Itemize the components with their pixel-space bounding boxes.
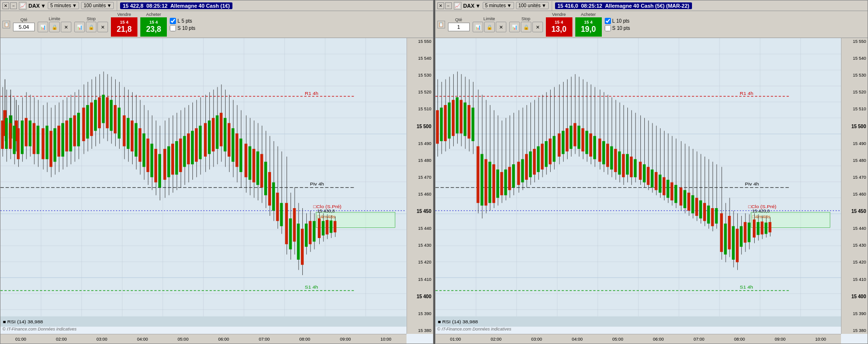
svg-rect-143 [199, 126, 202, 159]
svg-rect-57 [25, 118, 27, 146]
left-limite-del-btn[interactable]: ✕ [61, 22, 71, 32]
left-stop-label: Stop [87, 16, 96, 21]
right-stop-chart-btn[interactable]: 📊 [509, 22, 520, 32]
left-buy-button[interactable]: 15 4 23,8 [140, 17, 167, 37]
right-s-checkbox[interactable] [605, 25, 611, 31]
right-units-btn[interactable]: 100 unités ▼ [516, 2, 549, 9]
svg-rect-269 [471, 107, 474, 141]
right-chart-svg[interactable]: R1 4h Piv 4h □Clo (S.Pré) S1 4h □4m48s 1… [435, 38, 841, 327]
left-minimize-btn[interactable]: − [10, 2, 17, 9]
svg-rect-389 [715, 208, 718, 224]
left-qte-label: Qté [20, 17, 27, 22]
svg-rect-173 [260, 154, 263, 188]
svg-text:■ RSI (14) 38,988: ■ RSI (14) 38,988 [3, 319, 43, 324]
right-s-label: S [612, 26, 616, 31]
svg-rect-397 [732, 226, 734, 260]
right-s-row: S 10 pts [605, 25, 630, 31]
svg-rect-197 [309, 221, 312, 244]
svg-rect-177 [268, 172, 271, 206]
left-dax-dropdown[interactable]: ▼ [41, 3, 46, 9]
svg-rect-285 [504, 170, 507, 195]
left-chart-icon[interactable]: 📈 [19, 2, 27, 10]
svg-rect-373 [683, 190, 686, 208]
right-close-btn[interactable]: ✕ [437, 2, 444, 9]
right-time-0200: 02:00 [490, 337, 502, 342]
svg-rect-83 [77, 113, 80, 146]
svg-rect-319 [573, 123, 576, 146]
left-sell-button[interactable]: 15 4 21,8 [111, 17, 137, 37]
right-stop-btns: 📊 🔒 ✕ [509, 22, 543, 32]
svg-rect-95 [102, 95, 105, 123]
right-chart-icon[interactable]: 📈 [454, 2, 461, 10]
svg-rect-81 [73, 115, 76, 146]
right-qte-input[interactable] [448, 23, 470, 31]
svg-rect-307 [548, 139, 551, 164]
right-dax-label: DAX [463, 3, 475, 9]
svg-rect-63 [37, 126, 40, 154]
right-l-checkbox[interactable] [605, 18, 611, 24]
right-price-15420: 15 420 [841, 260, 868, 265]
left-qte-input[interactable] [13, 23, 35, 31]
svg-rect-341 [618, 151, 621, 174]
right-dax-dropdown[interactable]: ▼ [475, 3, 481, 9]
right-buy-button[interactable]: 15 4 19,0 [575, 17, 602, 37]
svg-rect-131 [175, 141, 178, 175]
right-limite-del-btn[interactable]: ✕ [496, 22, 506, 32]
right-acheter-label: Acheter [581, 12, 596, 17]
svg-rect-287 [508, 167, 511, 190]
right-limite-chart-btn[interactable]: 📊 [473, 22, 483, 32]
svg-rect-93 [98, 97, 101, 128]
left-timeframe-btn[interactable]: 5 minutes ▼ [48, 2, 79, 9]
left-price-15550: 15 550 [407, 39, 433, 44]
right-stop-del-btn[interactable]: ✕ [532, 22, 543, 32]
left-s-checkbox[interactable] [170, 25, 176, 31]
svg-rect-383 [703, 203, 706, 221]
left-chart-svg[interactable]: R1 4h Piv 4h □Clo (S.Pré) S1 4h □4m48s 1… [0, 38, 407, 327]
svg-rect-105 [123, 115, 126, 146]
right-order-icon[interactable]: 📋 [437, 21, 445, 28]
left-limite-btns: 📊 🔒 ✕ [38, 22, 71, 32]
right-price-15530: 15 530 [841, 73, 868, 78]
right-limite-lock-btn[interactable]: 🔒 [484, 22, 495, 32]
right-vendre-label: Vendre [552, 12, 566, 17]
right-sell-button[interactable]: 15 4 13,0 [546, 17, 572, 37]
svg-rect-49 [9, 123, 12, 148]
left-stop-lock-btn[interactable]: 🔒 [86, 22, 96, 32]
left-l-pts: 5 pts [182, 18, 192, 24]
svg-rect-73 [57, 126, 60, 157]
svg-rect-141 [195, 128, 198, 162]
svg-rect-293 [521, 159, 524, 182]
svg-rect-345 [626, 154, 629, 175]
right-stop-lock-btn[interactable]: 🔒 [521, 22, 531, 32]
left-price-axis: 15 550 15 540 15 530 15 520 15 510 15 50… [407, 38, 433, 334]
left-stop-del-btn[interactable]: ✕ [97, 22, 108, 32]
svg-text:S1 4h: S1 4h [740, 284, 753, 290]
left-units-btn[interactable]: 100 unités ▼ [81, 2, 114, 9]
svg-rect-153 [220, 113, 223, 146]
right-limite-btns: 📊 🔒 ✕ [473, 22, 506, 32]
svg-rect-331 [598, 139, 601, 162]
right-timeframe-btn[interactable]: 5 minutes ▼ [483, 2, 514, 9]
svg-rect-347 [630, 157, 633, 177]
svg-rect-259 [451, 100, 454, 136]
left-limite-lock-btn[interactable]: 🔒 [49, 22, 60, 32]
svg-text:15 420,0: 15 420,0 [752, 209, 769, 213]
svg-rect-357 [651, 170, 653, 187]
right-time-0600: 06:00 [653, 337, 664, 342]
left-order-bar: 📋 Qté Limite 📊 🔒 ✕ Stop 📊 🔒 ✕ Ven [0, 11, 433, 38]
svg-rect-323 [581, 128, 584, 151]
svg-rect-407 [753, 220, 756, 238]
left-close-btn[interactable]: ✕ [2, 2, 9, 9]
left-l-checkbox[interactable] [170, 18, 176, 24]
right-minimize-btn[interactable]: − [445, 2, 452, 9]
left-order-icon[interactable]: 📋 [2, 21, 10, 28]
right-price-15540: 15 540 [841, 56, 868, 61]
left-price-15460: 15 460 [407, 192, 433, 197]
svg-rect-53 [17, 128, 20, 159]
svg-rect-399 [735, 229, 738, 263]
left-time-0600: 06:00 [218, 337, 230, 342]
left-stop-chart-btn[interactable]: 📊 [74, 22, 85, 32]
right-time-0900: 09:00 [774, 337, 786, 342]
svg-rect-353 [643, 164, 646, 182]
left-limite-chart-btn[interactable]: 📊 [38, 22, 48, 32]
